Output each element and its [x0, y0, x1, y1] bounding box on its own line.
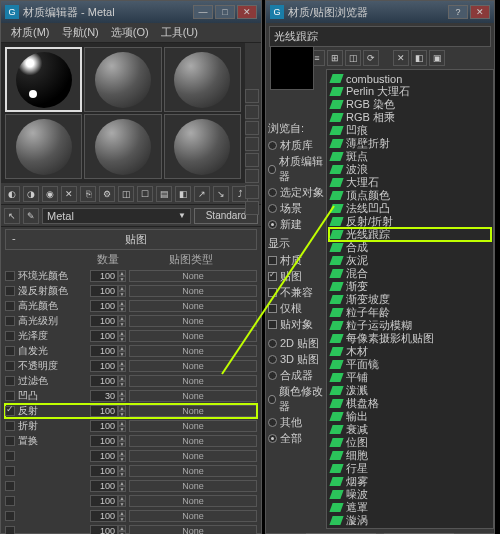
map-enable-checkbox[interactable]: [5, 466, 15, 476]
map-amount-spinner[interactable]: 100: [90, 495, 118, 507]
sample-slot-4[interactable]: [5, 114, 82, 179]
filter-radio[interactable]: 全部: [268, 431, 324, 446]
map-slot-button[interactable]: None: [129, 465, 257, 477]
map-slot-button[interactable]: None: [129, 360, 257, 372]
map-amount-spinner[interactable]: 100: [90, 525, 118, 534]
spinner-buttons[interactable]: ▲▼: [118, 330, 126, 342]
map-amount-spinner[interactable]: 100: [90, 270, 118, 282]
map-type-item[interactable]: 漩涡: [329, 514, 491, 527]
filter-radio[interactable]: 合成器: [268, 368, 324, 383]
map-amount-spinner[interactable]: 100: [90, 465, 118, 477]
side-tool[interactable]: [245, 137, 259, 151]
filter-radio[interactable]: 3D 贴图: [268, 352, 324, 367]
map-enable-checkbox[interactable]: [5, 376, 15, 386]
map-slot-button[interactable]: None: [129, 390, 257, 402]
map-type-list[interactable]: combustionPerlin 大理石RGB 染色RGB 相乘凹痕薄壁折射斑点…: [326, 69, 494, 529]
sample-slot-2[interactable]: [84, 47, 161, 112]
spinner-buttons[interactable]: ▲▼: [118, 480, 126, 492]
pick-button[interactable]: ✎: [23, 208, 39, 224]
tool-shader[interactable]: ▤: [156, 186, 172, 202]
tool-put[interactable]: ◑: [23, 186, 39, 202]
map-enable-checkbox[interactable]: [5, 436, 15, 446]
tool-select[interactable]: ◧: [175, 186, 191, 202]
browse-from-radio[interactable]: 材质编辑器: [268, 154, 324, 184]
map-enable-checkbox[interactable]: [5, 451, 15, 461]
tool-options[interactable]: ⚙: [99, 186, 115, 202]
map-amount-spinner[interactable]: 100: [90, 315, 118, 327]
map-enable-checkbox[interactable]: [5, 391, 15, 401]
spinner-buttons[interactable]: ▲▼: [118, 375, 126, 387]
sample-slot-1[interactable]: [5, 47, 82, 112]
spinner-buttons[interactable]: ▲▼: [118, 420, 126, 432]
map-enable-checkbox[interactable]: [5, 406, 15, 416]
file-open-icon[interactable]: ✕: [393, 50, 409, 66]
map-amount-spinner[interactable]: 100: [90, 420, 118, 432]
browse-from-radio[interactable]: 场景: [268, 201, 324, 216]
map-amount-spinner[interactable]: 100: [90, 300, 118, 312]
view-large-icon[interactable]: ◫: [345, 50, 361, 66]
side-tool[interactable]: [245, 201, 259, 215]
map-slot-button[interactable]: None: [129, 480, 257, 492]
tool-nav[interactable]: ↘: [213, 186, 229, 202]
map-slot-button[interactable]: None: [129, 315, 257, 327]
side-tool[interactable]: [245, 169, 259, 183]
map-enable-checkbox[interactable]: [5, 316, 15, 326]
map-enable-checkbox[interactable]: [5, 511, 15, 521]
filter-radio[interactable]: 2D 贴图: [268, 336, 324, 351]
map-amount-spinner[interactable]: 100: [90, 345, 118, 357]
map-enable-checkbox[interactable]: [5, 481, 15, 491]
map-slot-button[interactable]: None: [129, 375, 257, 387]
browse-from-radio[interactable]: 新建: [268, 217, 324, 232]
spinner-buttons[interactable]: ▲▼: [118, 465, 126, 477]
show-checkbox[interactable]: 贴图: [268, 269, 324, 284]
spinner-buttons[interactable]: ▲▼: [118, 390, 126, 402]
map-slot-button[interactable]: None: [129, 405, 257, 417]
map-slot-button[interactable]: None: [129, 345, 257, 357]
map-amount-spinner[interactable]: 30: [90, 390, 118, 402]
file-save-icon[interactable]: ◧: [411, 50, 427, 66]
material-editor-titlebar[interactable]: G 材质编辑器 - Metal — □ ✕: [1, 1, 261, 23]
spinner-buttons[interactable]: ▲▼: [118, 285, 126, 297]
map-slot-button[interactable]: None: [129, 495, 257, 507]
tool-copy[interactable]: ⎘: [80, 186, 96, 202]
spinner-buttons[interactable]: ▲▼: [118, 510, 126, 522]
file-del-icon[interactable]: ▣: [429, 50, 445, 66]
map-slot-button[interactable]: None: [129, 420, 257, 432]
browse-from-radio[interactable]: 材质库: [268, 138, 324, 153]
map-slot-button[interactable]: None: [129, 450, 257, 462]
show-checkbox[interactable]: 村质: [268, 253, 324, 268]
side-tool[interactable]: [245, 89, 259, 103]
map-slot-button[interactable]: None: [129, 300, 257, 312]
map-amount-spinner[interactable]: 100: [90, 330, 118, 342]
spinner-buttons[interactable]: ▲▼: [118, 495, 126, 507]
map-amount-spinner[interactable]: 100: [90, 435, 118, 447]
map-enable-checkbox[interactable]: [5, 421, 15, 431]
tool-show[interactable]: ☐: [137, 186, 153, 202]
menu-navigation[interactable]: 导航(N): [56, 25, 105, 40]
help-button[interactable]: ?: [448, 5, 468, 19]
spinner-buttons[interactable]: ▲▼: [118, 405, 126, 417]
map-slot-button[interactable]: None: [129, 435, 257, 447]
map-slot-button[interactable]: None: [129, 330, 257, 342]
spinner-buttons[interactable]: ▲▼: [118, 300, 126, 312]
filter-radio[interactable]: 颜色修改器: [268, 384, 324, 414]
show-checkbox[interactable]: 不兼容: [268, 285, 324, 300]
spinner-buttons[interactable]: ▲▼: [118, 525, 126, 534]
map-amount-spinner[interactable]: 100: [90, 285, 118, 297]
map-amount-spinner[interactable]: 100: [90, 510, 118, 522]
map-enable-checkbox[interactable]: [5, 331, 15, 341]
map-enable-checkbox[interactable]: [5, 346, 15, 356]
tool-make[interactable]: ◫: [118, 186, 134, 202]
menu-materials[interactable]: 材质(M): [5, 25, 56, 40]
side-tool[interactable]: [245, 185, 259, 199]
sample-slot-6[interactable]: [164, 114, 241, 179]
browse-from-radio[interactable]: 选定对象: [268, 185, 324, 200]
map-amount-spinner[interactable]: 100: [90, 405, 118, 417]
tool-reset[interactable]: ✕: [61, 186, 77, 202]
sample-slot-3[interactable]: [164, 47, 241, 112]
close-button[interactable]: ✕: [470, 5, 490, 19]
show-checkbox[interactable]: 贴对象: [268, 317, 324, 332]
tool-nav[interactable]: ↗: [194, 186, 210, 202]
side-tool[interactable]: [245, 153, 259, 167]
map-enable-checkbox[interactable]: [5, 361, 15, 371]
